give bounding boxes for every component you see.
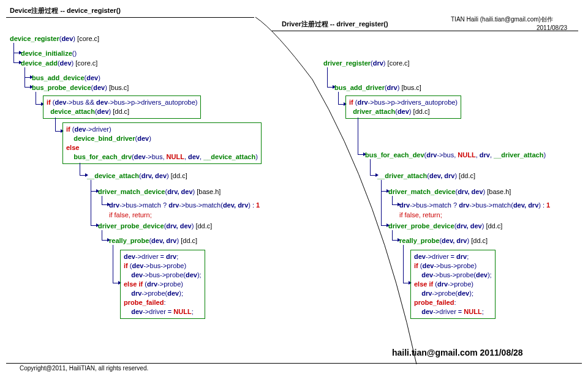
device-attach-inner: __device_attach(drv, dev) [dd.c]: [87, 171, 187, 181]
driver-probe-device: driver_probe_device(drv, dev) [dd.c]: [98, 222, 212, 231]
device-register: device_register(dev) [core.c]: [10, 34, 99, 43]
watermark: haili.tian@gmail.com 2011/08/28: [392, 348, 523, 357]
box-if-autoprobe: if (dev->bus && dev->bus->p->drivers_aut…: [43, 95, 201, 119]
left-title: Device注册过程 -- device_register(): [10, 6, 121, 15]
driver-attach-inner: __driver_attach(dev, drv) [dd.c]: [377, 171, 475, 181]
bus-add-device: bus_add_device(dev): [32, 73, 100, 83]
match-ternary-r: drv->bus->match ? drv->bus->match(dev, d…: [399, 201, 550, 210]
bus-add-driver: bus_add_driver(drv) [bus.c]: [334, 83, 421, 92]
match-ternary: drv->bus->match ? drv->bus->match(dev, d…: [109, 201, 260, 210]
if-false-return-r: if false, return;: [399, 211, 442, 220]
driver-match-device-r: driver_match_device(drv, dev) [base.h]: [388, 187, 511, 196]
credit-name: TIAN Haili (haili.tian@gmail.com)创作: [451, 15, 553, 24]
driver-register: driver_register(drv) [core.c]: [323, 59, 410, 68]
device-add: device_add(dev) [core.c]: [21, 59, 97, 68]
really-probe: really_probe(dev, drv) [dd.c]: [109, 236, 197, 245]
really-probe-r: really_probe(dev, drv) [dd.c]: [399, 236, 488, 245]
box-probe-body: dev->driver = drv; if (dev->bus->probe) …: [120, 250, 205, 319]
footer-line: [6, 363, 582, 364]
copyright: Copyright@2011, HailiTIAN, all rights re…: [20, 365, 148, 372]
box-if-driver: if (dev->driver) device_bind_driver(dev)…: [62, 122, 262, 164]
device-initialize: device_initialize(): [21, 49, 77, 58]
driver-probe-device-r: driver_probe_device(drv, dev) [dd.c]: [388, 222, 502, 231]
title-underline-left: [6, 17, 254, 18]
right-title: Driver注册过程 -- driver_register(): [282, 20, 388, 29]
bus-for-each-dev: bus_for_each_dev(drv->bus, NULL, drv, __…: [365, 151, 546, 160]
bus-probe-device: bus_probe_device(dev) [bus.c]: [32, 83, 129, 92]
driver-match-device: driver_match_device(drv, dev) [base.h]: [98, 187, 221, 196]
box-if-autoprobe-r: if (drv->bus->p->drivers_autoprobe) driv…: [345, 95, 461, 119]
box-probe-body-r: dev->driver = drv; if (dev->bus->probe) …: [410, 250, 496, 319]
if-false-return: if false, return;: [109, 211, 152, 220]
title-underline-right: [272, 31, 578, 31]
